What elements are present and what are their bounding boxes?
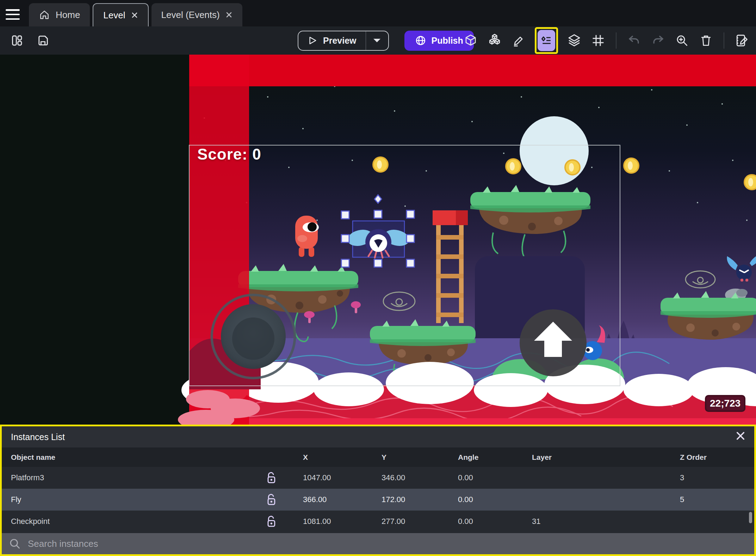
scrollbar-thumb[interactable] — [749, 512, 752, 523]
bottom-bright-strip — [189, 418, 756, 425]
toolbar-divider — [724, 32, 724, 49]
events-sheet-icon[interactable] — [734, 33, 750, 48]
edit-pencil-icon[interactable] — [511, 33, 526, 48]
joystick-control[interactable] — [212, 295, 295, 378]
close-panel-icon[interactable] — [735, 431, 746, 441]
redo-icon[interactable] — [650, 33, 666, 48]
object-groups-icon[interactable] — [487, 33, 502, 48]
preview-label: Preview — [323, 36, 357, 46]
table-header: Object name X Y Angle Layer Z Order — [2, 447, 754, 467]
save-icon[interactable] — [35, 33, 51, 48]
col-y: Y — [382, 453, 458, 462]
top-red-band — [189, 55, 756, 86]
tab-label: Level — [103, 10, 125, 21]
menu-icon[interactable] — [6, 9, 21, 20]
col-angle: Angle — [458, 453, 532, 462]
tab-label: Level (Events) — [161, 10, 220, 20]
zoom-in-icon[interactable] — [674, 33, 690, 48]
chevron-down-icon — [373, 38, 381, 43]
close-tab-icon[interactable] — [225, 11, 233, 18]
fly-object-selected[interactable] — [346, 221, 411, 258]
layout-panels-icon[interactable] — [9, 33, 25, 48]
toolbar: Preview Publish — [0, 26, 756, 55]
scene-editor-canvas[interactable]: Score: 0 22;723 — [0, 55, 756, 425]
instances-list-icon-highlighted[interactable] — [535, 27, 558, 54]
search-instances-input[interactable] — [28, 538, 521, 549]
col-object-name: Object name — [11, 453, 264, 462]
play-icon — [308, 36, 317, 45]
moon — [520, 116, 589, 185]
panel-title-bar: Instances List — [2, 426, 754, 447]
preview-button[interactable]: Preview — [298, 31, 366, 50]
editor-void — [0, 55, 189, 425]
preview-dropdown-button[interactable] — [366, 31, 388, 50]
instances-list-icon — [540, 34, 553, 47]
rows-area: Platform3 1047.00 346.00 0.00 3 Fly 366.… — [2, 467, 754, 532]
search-bar — [2, 533, 754, 554]
tab-level-events[interactable]: Level (Events) — [151, 3, 242, 26]
unlock-icon[interactable] — [264, 493, 277, 506]
col-layer: Layer — [532, 453, 680, 462]
search-icon — [9, 538, 21, 550]
score-text: Score: 0 — [197, 146, 261, 163]
tab-level[interactable]: Level — [93, 3, 148, 26]
table-row[interactable]: Checkpoint 1081.00 277.00 0.00 31 — [2, 511, 754, 532]
tab-home[interactable]: Home — [29, 3, 90, 26]
table-row[interactable]: Platform3 1047.00 346.00 0.00 3 — [2, 467, 754, 489]
delete-trash-icon[interactable] — [698, 33, 714, 48]
tab-bar: Home Level Level (Events) — [0, 0, 756, 26]
jump-button[interactable] — [520, 309, 587, 376]
grid-icon[interactable] — [590, 33, 606, 48]
close-tab-icon[interactable] — [131, 12, 138, 19]
cursor-coordinates-badge: 22;723 — [705, 395, 745, 412]
unlock-icon[interactable] — [264, 515, 277, 528]
instances-list-panel: Instances List Object name X Y Angle Lay… — [0, 425, 756, 556]
platform-right — [661, 289, 756, 340]
toolbar-divider — [616, 32, 616, 49]
unlock-icon[interactable] — [264, 471, 277, 484]
col-z-order: Z Order — [680, 453, 754, 462]
tab-label: Home — [56, 10, 80, 20]
table-row-selected[interactable]: Fly 366.00 172.00 0.00 5 — [2, 489, 754, 511]
objects-cube-icon[interactable] — [463, 33, 478, 48]
undo-icon[interactable] — [626, 33, 642, 48]
publish-label: Publish — [432, 36, 463, 46]
globe-icon — [415, 35, 426, 46]
home-icon — [39, 9, 50, 20]
panel-title: Instances List — [11, 432, 65, 442]
scene-art — [0, 55, 756, 425]
preview-split-button: Preview — [298, 31, 389, 51]
layers-icon[interactable] — [566, 33, 582, 48]
col-x: X — [303, 453, 382, 462]
